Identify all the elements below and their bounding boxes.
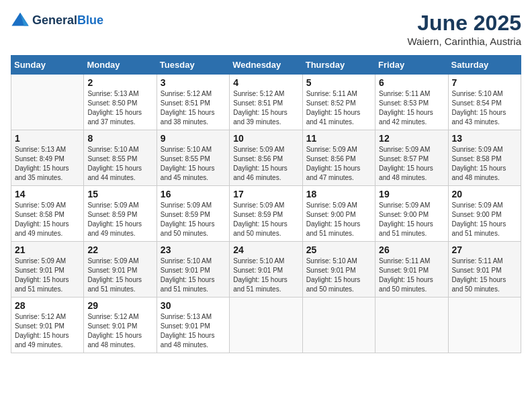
calendar-day-cell: 13 Sunrise: 5:09 AMSunset: 8:58 PMDaylig… — [448, 130, 521, 186]
day-info: Sunrise: 5:11 AMSunset: 8:53 PMDaylight:… — [379, 90, 433, 126]
weekday-header-cell: Wednesday — [230, 56, 302, 75]
calendar-day-cell: 25 Sunrise: 5:10 AMSunset: 9:01 PMDaylig… — [302, 242, 375, 298]
day-number: 28 — [15, 300, 80, 311]
day-number: 24 — [233, 244, 298, 255]
calendar-day-cell: 3 Sunrise: 5:12 AMSunset: 8:51 PMDayligh… — [157, 75, 229, 130]
calendar-day-cell: 27 Sunrise: 5:11 AMSunset: 9:01 PMDaylig… — [448, 242, 521, 298]
day-info: Sunrise: 5:09 AMSunset: 9:01 PMDaylight:… — [15, 257, 69, 293]
logo-blue: Blue — [77, 13, 103, 27]
calendar-day-cell — [375, 298, 448, 353]
calendar-day-cell: 4 Sunrise: 5:12 AMSunset: 8:51 PMDayligh… — [230, 75, 302, 130]
logo-general: General — [32, 13, 77, 27]
calendar-day-cell: 18 Sunrise: 5:09 AMSunset: 9:00 PMDaylig… — [302, 186, 375, 242]
day-info: Sunrise: 5:09 AMSunset: 9:00 PMDaylight:… — [452, 201, 506, 237]
day-number: 5 — [306, 77, 371, 88]
day-info: Sunrise: 5:11 AMSunset: 9:01 PMDaylight:… — [452, 257, 506, 293]
day-info: Sunrise: 5:09 AMSunset: 8:58 PMDaylight:… — [452, 146, 506, 181]
day-number: 20 — [452, 189, 517, 199]
day-info: Sunrise: 5:12 AMSunset: 8:51 PMDaylight:… — [161, 90, 215, 126]
weekday-header-cell: Friday — [375, 56, 448, 75]
day-info: Sunrise: 5:12 AMSunset: 9:01 PMDaylight:… — [87, 313, 142, 349]
calendar-day-cell — [11, 75, 84, 130]
day-number: 27 — [452, 244, 517, 255]
logo-icon — [11, 11, 30, 30]
day-info: Sunrise: 5:09 AMSunset: 8:59 PMDaylight:… — [161, 201, 215, 237]
calendar-week-row: 1 Sunrise: 5:13 AMSunset: 8:49 PMDayligh… — [11, 130, 521, 186]
calendar-day-cell: 17 Sunrise: 5:09 AMSunset: 8:59 PMDaylig… — [230, 186, 302, 242]
calendar-day-cell: 20 Sunrise: 5:09 AMSunset: 9:00 PMDaylig… — [448, 186, 521, 242]
calendar-day-cell: 15 Sunrise: 5:09 AMSunset: 8:59 PMDaylig… — [84, 186, 157, 242]
calendar-day-cell: 8 Sunrise: 5:10 AMSunset: 8:55 PMDayligh… — [84, 130, 157, 186]
calendar-week-row: 14 Sunrise: 5:09 AMSunset: 8:58 PMDaylig… — [11, 186, 521, 242]
calendar-week-row: 28 Sunrise: 5:12 AMSunset: 9:01 PMDaylig… — [11, 298, 521, 353]
day-info: Sunrise: 5:13 AMSunset: 8:49 PMDaylight:… — [15, 146, 69, 181]
day-info: Sunrise: 5:12 AMSunset: 8:51 PMDaylight:… — [233, 90, 287, 126]
day-info: Sunrise: 5:09 AMSunset: 8:56 PMDaylight:… — [233, 146, 287, 181]
day-number: 2 — [87, 77, 152, 88]
weekday-header-cell: Tuesday — [157, 56, 229, 75]
day-info: Sunrise: 5:13 AMSunset: 9:01 PMDaylight:… — [161, 313, 215, 349]
day-number: 18 — [306, 189, 371, 199]
calendar-day-cell: 11 Sunrise: 5:09 AMSunset: 8:56 PMDaylig… — [302, 130, 375, 186]
day-number: 10 — [233, 133, 298, 144]
day-number: 21 — [15, 244, 80, 255]
day-number: 13 — [452, 133, 517, 144]
day-info: Sunrise: 5:09 AMSunset: 8:57 PMDaylight:… — [379, 146, 433, 181]
day-number: 19 — [379, 189, 444, 199]
calendar-day-cell: 29 Sunrise: 5:12 AMSunset: 9:01 PMDaylig… — [84, 298, 157, 353]
day-number: 4 — [233, 77, 298, 88]
weekday-header-row: SundayMondayTuesdayWednesdayThursdayFrid… — [11, 56, 521, 75]
calendar-day-cell: 22 Sunrise: 5:09 AMSunset: 9:01 PMDaylig… — [84, 242, 157, 298]
day-number: 25 — [306, 244, 371, 255]
day-number: 17 — [233, 189, 298, 199]
calendar-week-row: 2 Sunrise: 5:13 AMSunset: 8:50 PMDayligh… — [11, 75, 521, 130]
day-info: Sunrise: 5:09 AMSunset: 8:56 PMDaylight:… — [306, 146, 361, 181]
calendar-day-cell: 7 Sunrise: 5:10 AMSunset: 8:54 PMDayligh… — [448, 75, 521, 130]
day-number: 11 — [306, 133, 371, 144]
day-info: Sunrise: 5:09 AMSunset: 9:00 PMDaylight:… — [379, 201, 433, 237]
logo: GeneralBlue — [11, 11, 103, 30]
weekday-header-cell: Sunday — [11, 56, 84, 75]
page-header: GeneralBlue June 2025 Waiern, Carinthia,… — [11, 11, 521, 47]
calendar-day-cell — [448, 298, 521, 353]
day-info: Sunrise: 5:09 AMSunset: 9:00 PMDaylight:… — [306, 201, 361, 237]
calendar-day-cell: 26 Sunrise: 5:11 AMSunset: 9:01 PMDaylig… — [375, 242, 448, 298]
calendar-day-cell — [230, 298, 302, 353]
calendar-day-cell — [302, 298, 375, 353]
day-info: Sunrise: 5:09 AMSunset: 8:58 PMDaylight:… — [15, 201, 69, 237]
calendar-day-cell: 9 Sunrise: 5:10 AMSunset: 8:55 PMDayligh… — [157, 130, 229, 186]
weekday-header-cell: Saturday — [448, 56, 521, 75]
day-info: Sunrise: 5:10 AMSunset: 9:01 PMDaylight:… — [306, 257, 361, 293]
day-info: Sunrise: 5:09 AMSunset: 8:59 PMDaylight:… — [87, 201, 142, 237]
day-info: Sunrise: 5:13 AMSunset: 8:50 PMDaylight:… — [87, 90, 142, 126]
day-info: Sunrise: 5:12 AMSunset: 9:01 PMDaylight:… — [15, 313, 69, 349]
location-title: Waiern, Carinthia, Austria — [407, 36, 521, 47]
calendar-day-cell: 24 Sunrise: 5:10 AMSunset: 9:01 PMDaylig… — [230, 242, 302, 298]
calendar-body: 2 Sunrise: 5:13 AMSunset: 8:50 PMDayligh… — [11, 75, 521, 353]
day-number: 8 — [87, 133, 152, 144]
day-number: 14 — [15, 189, 80, 199]
calendar-table: SundayMondayTuesdayWednesdayThursdayFrid… — [11, 55, 521, 353]
month-title: June 2025 — [407, 11, 521, 36]
calendar-day-cell: 19 Sunrise: 5:09 AMSunset: 9:00 PMDaylig… — [375, 186, 448, 242]
calendar-day-cell: 1 Sunrise: 5:13 AMSunset: 8:49 PMDayligh… — [11, 130, 84, 186]
day-number: 6 — [379, 77, 444, 88]
calendar-day-cell: 28 Sunrise: 5:12 AMSunset: 9:01 PMDaylig… — [11, 298, 84, 353]
day-info: Sunrise: 5:10 AMSunset: 9:01 PMDaylight:… — [161, 257, 215, 293]
day-info: Sunrise: 5:10 AMSunset: 8:55 PMDaylight:… — [87, 146, 142, 181]
calendar-day-cell: 5 Sunrise: 5:11 AMSunset: 8:52 PMDayligh… — [302, 75, 375, 130]
calendar-day-cell: 16 Sunrise: 5:09 AMSunset: 8:59 PMDaylig… — [157, 186, 229, 242]
weekday-header-cell: Thursday — [302, 56, 375, 75]
day-number: 1 — [15, 133, 80, 144]
calendar-week-row: 21 Sunrise: 5:09 AMSunset: 9:01 PMDaylig… — [11, 242, 521, 298]
calendar-day-cell: 14 Sunrise: 5:09 AMSunset: 8:58 PMDaylig… — [11, 186, 84, 242]
day-number: 7 — [452, 77, 517, 88]
day-info: Sunrise: 5:09 AMSunset: 8:59 PMDaylight:… — [233, 201, 287, 237]
calendar-day-cell: 23 Sunrise: 5:10 AMSunset: 9:01 PMDaylig… — [157, 242, 229, 298]
day-info: Sunrise: 5:11 AMSunset: 9:01 PMDaylight:… — [379, 257, 433, 293]
day-info: Sunrise: 5:11 AMSunset: 8:52 PMDaylight:… — [306, 90, 361, 126]
day-info: Sunrise: 5:10 AMSunset: 8:54 PMDaylight:… — [452, 90, 506, 126]
calendar-day-cell: 2 Sunrise: 5:13 AMSunset: 8:50 PMDayligh… — [84, 75, 157, 130]
day-number: 9 — [161, 133, 226, 144]
day-number: 12 — [379, 133, 444, 144]
